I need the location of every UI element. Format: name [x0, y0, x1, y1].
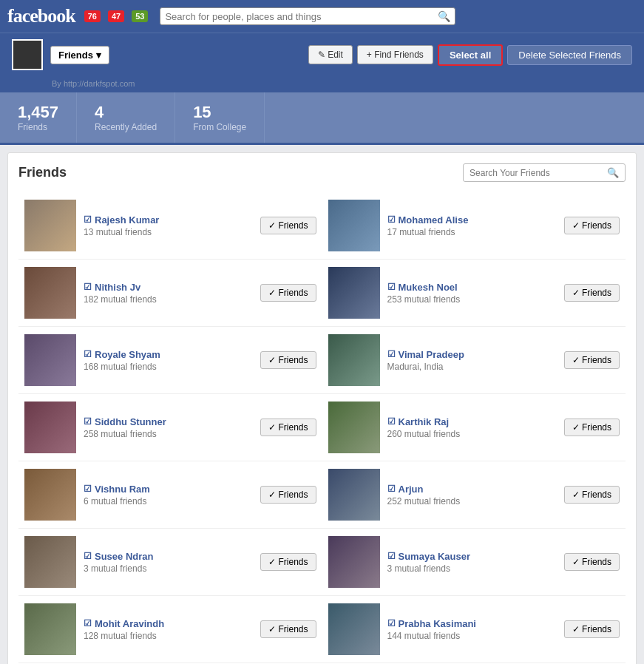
friend-info: ☑ Karthik Raj 260 mutual friends	[387, 416, 557, 439]
friend-photo	[24, 603, 76, 655]
friend-button[interactable]: ✓ Friends	[260, 284, 316, 302]
friend-info: ☑ Rajesh Kumar 13 mutual friends	[84, 214, 253, 237]
list-item: ☑ Rajesh Kumar 13 mutual friends ✓ Frien…	[18, 192, 322, 260]
verified-icon: ☑	[387, 416, 396, 427]
friend-info: ☑ Vimal Pradeep Madurai, India	[387, 349, 557, 372]
friend-button[interactable]: ✓ Friends	[260, 620, 316, 638]
search-friends-icon: 🔍	[607, 167, 619, 178]
friend-mutual: Madurai, India	[387, 362, 557, 372]
friend-photo	[24, 469, 76, 521]
list-item: ☑ Arjun 252 mutual friends ✓ Friends	[322, 461, 626, 529]
friend-name: ☑ Vishnu Ram	[84, 484, 253, 495]
search-friends-input[interactable]	[470, 168, 607, 178]
verified-icon: ☑	[387, 551, 396, 561]
avatar	[12, 39, 43, 70]
list-item: ☑ Mohamed Alise 17 mutual friends ✓ Frie…	[322, 192, 626, 260]
friend-name: ☑ Karthik Raj	[387, 416, 557, 427]
search-icon: 🔍	[438, 10, 450, 22]
notification-badge-2[interactable]: 47	[108, 10, 124, 22]
verified-icon: ☑	[84, 416, 92, 427]
verified-icon: ☑	[387, 618, 396, 629]
friend-mutual: 3 mutual friends	[387, 563, 557, 574]
friend-mutual: 260 mutual friends	[387, 429, 557, 439]
list-item: ☑ Karthik Raj 260 mutual friends ✓ Frien…	[322, 394, 626, 461]
list-item: ☑ Mukesh Noel 253 mutual friends ✓ Frien…	[322, 260, 626, 327]
friend-photo	[24, 536, 76, 588]
verified-icon: ☑	[84, 214, 92, 225]
verified-icon: ☑	[84, 282, 92, 292]
friend-button[interactable]: ✓ Friends	[260, 217, 316, 234]
select-all-button[interactable]: Select all	[438, 44, 503, 66]
friend-info: ☑ Siddhu Stunner 258 mutual friends	[84, 416, 253, 439]
friend-mutual: 128 mutual friends	[84, 631, 253, 641]
friend-mutual: 258 mutual friends	[84, 429, 253, 439]
friend-button[interactable]: ✓ Friends	[564, 419, 620, 436]
stat-friends: 1,457 Friends	[0, 92, 77, 143]
friend-button[interactable]: ✓ Friends	[564, 486, 620, 504]
verified-icon: ☑	[84, 349, 92, 359]
friend-photo	[328, 469, 380, 521]
friend-info: ☑ Mukesh Noel 253 mutual friends	[387, 282, 557, 305]
verified-icon: ☑	[84, 484, 92, 494]
list-item: ☑ Susee Ndran 3 mutual friends ✓ Friends	[18, 529, 322, 596]
friend-info: ☑ Mohamed Alise 17 mutual friends	[387, 214, 557, 237]
verified-icon: ☑	[387, 349, 396, 359]
friend-button[interactable]: ✓ Friends	[260, 419, 316, 436]
friends-grid: ☑ Rajesh Kumar 13 mutual friends ✓ Frien…	[18, 192, 626, 663]
verified-icon: ☑	[387, 282, 396, 292]
friends-section-title: Friends	[18, 165, 67, 180]
delete-selected-button[interactable]: Delete Selected Friends	[507, 45, 632, 65]
friend-name: ☑ Susee Ndran	[84, 551, 253, 562]
friend-button[interactable]: ✓ Friends	[564, 351, 620, 369]
friend-photo	[328, 603, 380, 655]
friend-button[interactable]: ✓ Friends	[564, 217, 620, 234]
friends-header: Friends 🔍	[18, 163, 626, 182]
search-friends-box[interactable]: 🔍	[463, 163, 626, 182]
friend-photo	[328, 334, 380, 386]
friend-button[interactable]: ✓ Friends	[260, 486, 316, 504]
friend-mutual: 253 mutual friends	[387, 294, 557, 305]
notification-badge-1[interactable]: 76	[84, 10, 101, 22]
friends-label: Friends	[18, 122, 58, 132]
friend-button[interactable]: ✓ Friends	[564, 284, 620, 302]
find-friends-button[interactable]: + Find Friends	[357, 45, 433, 64]
notification-badge-3[interactable]: 53	[132, 10, 148, 22]
stat-from-college: 15 From College	[175, 92, 265, 143]
friend-name: ☑ Prabha Kasimani	[387, 618, 557, 629]
friend-button[interactable]: ✓ Friends	[260, 351, 316, 369]
stats-bar: 1,457 Friends 4 Recently Added 15 From C…	[0, 92, 644, 145]
friend-name: ☑ Royale Shyam	[84, 349, 253, 360]
friend-photo	[24, 402, 76, 453]
list-item: ☑ Nithish Jv 182 mutual friends ✓ Friend…	[18, 260, 322, 327]
friend-name: ☑ Arjun	[387, 484, 557, 495]
friend-mutual: 6 mutual friends	[84, 496, 253, 507]
verified-icon: ☑	[387, 484, 396, 494]
list-item: ☑ Siddhu Stunner 258 mutual friends ✓ Fr…	[18, 394, 322, 461]
friend-button[interactable]: ✓ Friends	[260, 553, 316, 571]
friend-info: ☑ Royale Shyam 168 mutual friends	[84, 349, 253, 372]
tiny-link[interactable]: By http://darkfspot.com	[52, 79, 632, 88]
friend-button[interactable]: ✓ Friends	[564, 620, 620, 638]
friend-mutual: 3 mutual friends	[84, 563, 253, 574]
global-search-bar[interactable]: 🔍	[160, 7, 455, 25]
profile-name-button[interactable]: Friends ▾	[50, 46, 109, 64]
friend-photo	[24, 267, 76, 319]
friend-info: ☑ Sumaya Kauser 3 mutual friends	[387, 551, 557, 574]
friend-button[interactable]: ✓ Friends	[564, 553, 620, 571]
verified-icon: ☑	[387, 214, 396, 225]
friends-count: 1,457	[18, 103, 58, 122]
friend-photo	[24, 334, 76, 386]
header: facebook 76 47 53 🔍	[0, 0, 644, 33]
friend-mutual: 182 mutual friends	[84, 294, 253, 305]
friend-mutual: 13 mutual friends	[84, 227, 253, 237]
list-item: ☑ Vishnu Ram 6 mutual friends ✓ Friends	[18, 461, 322, 529]
friend-photo	[24, 200, 76, 251]
friend-photo	[328, 267, 380, 319]
facebook-logo: facebook	[7, 5, 75, 27]
edit-button[interactable]: ✎ Edit	[308, 45, 353, 64]
friend-mutual: 144 mutual friends	[387, 631, 557, 641]
friends-section: Friends 🔍 ☑ Rajesh Kumar 13 mutual frien…	[7, 152, 637, 664]
profile-bar: Friends ▾ ✎ Edit + Find Friends Select a…	[0, 33, 644, 76]
stat-recently-added: 4 Recently Added	[77, 92, 175, 143]
global-search-input[interactable]	[165, 11, 438, 22]
